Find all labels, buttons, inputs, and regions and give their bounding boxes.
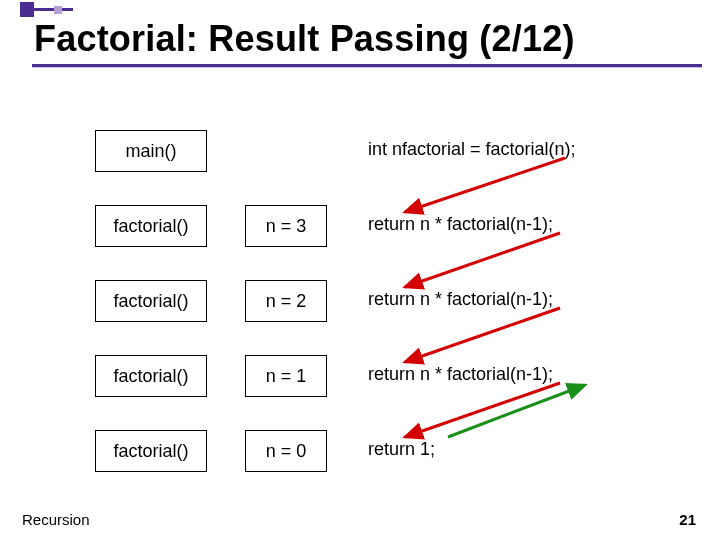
footer-topic: Recursion: [22, 511, 90, 528]
slide-decor: [0, 0, 720, 20]
func-label: factorial(): [113, 291, 188, 312]
n-cell: n = 3: [245, 205, 327, 247]
call-arrow-2: [405, 308, 560, 362]
func-label: factorial(): [113, 366, 188, 387]
n-label: n = 3: [266, 216, 307, 237]
title-underline: [32, 64, 702, 67]
stmt-text: int nfactorial = factorial(n);: [368, 139, 576, 160]
n-label: n = 0: [266, 441, 307, 462]
page-number: 21: [679, 511, 696, 528]
func-label: factorial(): [113, 441, 188, 462]
func-cell: main(): [95, 130, 207, 172]
func-cell: factorial(): [95, 430, 207, 472]
func-cell: factorial(): [95, 355, 207, 397]
func-label: main(): [125, 141, 176, 162]
func-cell: factorial(): [95, 205, 207, 247]
call-arrow-0: [405, 158, 565, 212]
stmt-text: return n * factorial(n-1);: [368, 214, 553, 235]
n-label: n = 1: [266, 366, 307, 387]
n-cell: n = 2: [245, 280, 327, 322]
stmt-text: return n * factorial(n-1);: [368, 364, 553, 385]
func-label: factorial(): [113, 216, 188, 237]
call-arrow-1: [405, 233, 560, 287]
return-arrow-0: [448, 385, 585, 437]
slide-title: Factorial: Result Passing (2/12): [34, 18, 700, 60]
n-label: n = 2: [266, 291, 307, 312]
n-cell: n = 0: [245, 430, 327, 472]
call-arrow-3: [405, 383, 560, 437]
n-cell: n = 1: [245, 355, 327, 397]
stmt-text: return 1;: [368, 439, 435, 460]
stmt-text: return n * factorial(n-1);: [368, 289, 553, 310]
func-cell: factorial(): [95, 280, 207, 322]
